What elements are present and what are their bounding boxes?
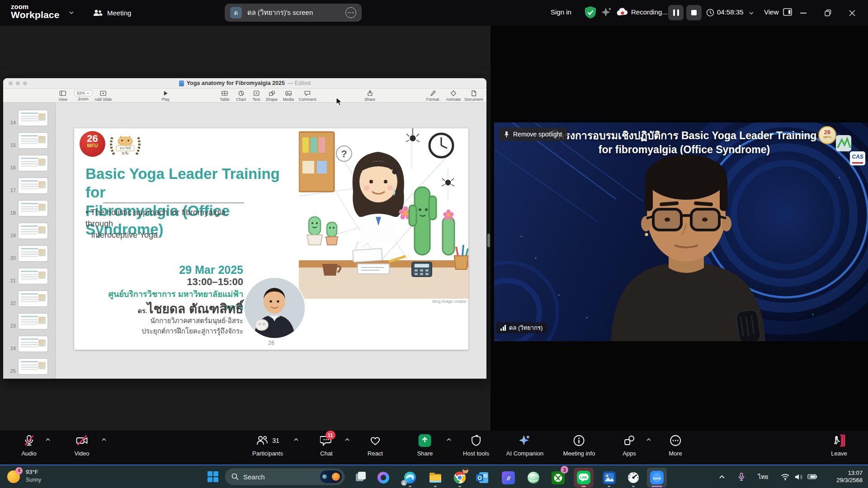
view-button[interactable]: View	[764, 8, 778, 16]
apps-options-chevron[interactable]	[646, 438, 651, 441]
restore-button[interactable]	[817, 0, 838, 26]
participants-icon	[256, 435, 269, 446]
slide-thumbnail[interactable]: 17	[5, 177, 52, 195]
shared-screen-tab[interactable]: ด ดล (วิทยากร)'s screen	[225, 4, 362, 22]
host-tools-button[interactable]: Host tools	[463, 434, 489, 457]
keynote-tool-view[interactable]: View	[58, 90, 67, 102]
tray-wifi-icon[interactable]	[781, 465, 790, 488]
weather-widget[interactable]: 4 93°F Sunny	[6, 468, 41, 484]
keynote-tool-chart[interactable]: Chart	[236, 90, 246, 102]
taskbar-app-globe[interactable]	[524, 468, 543, 488]
mfu-26-logo: 26 MFU	[80, 131, 105, 157]
video-button[interactable]: Video	[74, 434, 89, 457]
audio-button[interactable]: Audio	[21, 434, 36, 457]
keynote-tool-add-slide[interactable]: Add Slide	[94, 90, 112, 102]
screen-options-button[interactable]	[345, 7, 356, 18]
taskbar-app-outlook[interactable]: O	[472, 468, 492, 488]
mic-muted-icon	[23, 434, 35, 447]
taskbar-app-m365[interactable]: //	[498, 468, 518, 488]
minimize-button[interactable]	[793, 0, 814, 26]
taskbar-app-file-explorer[interactable]	[425, 468, 445, 488]
slide-thumbnail[interactable]: 16	[5, 154, 52, 172]
video-options-chevron[interactable]	[101, 438, 107, 441]
keynote-tool-comment[interactable]: Comment	[298, 90, 316, 102]
share-button[interactable]: Share	[417, 434, 433, 457]
meeting-info-button[interactable]: Meeting info	[563, 434, 595, 457]
taskbar-app-xbox[interactable]: 3	[548, 468, 568, 488]
tab-meeting[interactable]: Meeting	[93, 0, 131, 26]
taskbar-app-gauge[interactable]	[623, 468, 643, 488]
keynote-tool-media[interactable]: Media	[283, 90, 294, 102]
task-view-button[interactable]	[352, 469, 368, 484]
keynote-tool-share[interactable]: Share	[364, 90, 375, 102]
slide-thumbnail[interactable]: 24	[5, 335, 52, 353]
workspace-chevron-icon[interactable]	[69, 11, 74, 14]
slide-thumbnail[interactable]: 21	[5, 267, 52, 285]
keynote-tool-zoom[interactable]: 62% Zoom	[74, 90, 92, 101]
heart-icon	[369, 435, 382, 446]
sharer-avatar: ด	[230, 7, 242, 19]
keynote-tool-play[interactable]: Play	[161, 90, 170, 102]
chrome-profile-avatar	[462, 468, 468, 474]
meeting-timer: 04:58:35	[717, 8, 743, 16]
taskbar-search[interactable]: Search	[225, 468, 345, 485]
ai-sparkle-icon[interactable]	[601, 7, 612, 19]
taskbar-app-photos[interactable]	[599, 468, 619, 488]
taskbar-app-chrome[interactable]	[450, 468, 470, 488]
ai-companion-button[interactable]: AI Companion	[506, 434, 543, 457]
close-button[interactable]	[842, 0, 863, 26]
taskbar-app-line[interactable]: LINE	[574, 468, 594, 488]
keynote-tool-format[interactable]: Format	[426, 90, 439, 102]
tray-speaker-icon[interactable]	[795, 465, 803, 488]
taskbar-app-edge[interactable]	[400, 468, 420, 488]
keynote-tool-table[interactable]: Table	[220, 90, 230, 102]
keynote-tool-shape[interactable]: Shape	[266, 90, 278, 102]
sign-in-button[interactable]: Sign in	[551, 8, 571, 16]
keynote-tool-document[interactable]: Document	[464, 90, 483, 102]
slide-thumbnail[interactable]: 15	[5, 131, 52, 150]
speaker-video-tile[interactable]: โครงการอบรมเชิงปฏิบัติการ Basic Yoga Lea…	[494, 122, 868, 341]
slide-thumbnail[interactable]: 22	[5, 290, 52, 308]
timer-chevron-icon[interactable]	[749, 11, 754, 15]
slide-thumbnail[interactable]: 18	[5, 199, 52, 217]
keynote-tool-animate[interactable]: Animate	[446, 90, 461, 102]
keynote-tool-text[interactable]: A Text	[253, 90, 260, 102]
participants-options-chevron[interactable]	[293, 438, 299, 441]
tray-clock[interactable]: 13:07 29/3/2568	[836, 469, 863, 484]
audio-options-chevron[interactable]	[45, 438, 51, 441]
slide-thumbnail[interactable]: 23	[5, 312, 52, 330]
stop-recording-button[interactable]	[686, 5, 702, 20]
window-traffic-lights[interactable]	[9, 81, 27, 85]
slide-thumbnail[interactable]: 25	[5, 357, 52, 375]
chat-options-chevron[interactable]	[344, 438, 350, 441]
slide-thumbnail[interactable]: 19	[5, 222, 52, 240]
react-button[interactable]: React	[368, 434, 383, 457]
taskbar-app-copilot[interactable]	[373, 468, 393, 488]
leave-button[interactable]: Leave	[831, 434, 847, 457]
leave-icon	[832, 434, 846, 447]
pane-resize-handle[interactable]	[487, 234, 490, 247]
tray-mic-in-use-icon[interactable]	[738, 465, 745, 488]
taskbar-app-zoom[interactable]: zoom	[647, 468, 667, 488]
search-highlight-graphic[interactable]	[320, 470, 342, 483]
pause-recording-button[interactable]	[668, 5, 684, 20]
slide-bullet: • The holistic approach for fibromyalgia…	[85, 207, 244, 241]
apps-button[interactable]: Apps	[623, 434, 636, 457]
participants-button[interactable]: 31 Participants	[252, 434, 283, 457]
tray-battery-icon[interactable]	[807, 465, 817, 488]
view-layout-icon[interactable]	[783, 8, 792, 16]
mountain-logo	[835, 134, 852, 152]
tray-language-indicator[interactable]: ไทย	[758, 465, 769, 488]
slide-thumbnail[interactable]: 20	[5, 244, 52, 263]
more-button[interactable]: More	[669, 434, 682, 457]
svg-text:A: A	[255, 91, 257, 95]
image-credit: Bing image creator	[432, 299, 467, 304]
remove-spotlight-button[interactable]: Remove spotlight	[498, 127, 567, 141]
tray-hidden-icons[interactable]	[719, 465, 725, 488]
file-explorer-icon	[429, 472, 442, 483]
start-button[interactable]	[205, 469, 221, 484]
chat-button[interactable]: 11 Chat	[320, 434, 333, 457]
slide-thumbnail[interactable]: 14	[5, 109, 52, 127]
share-options-chevron[interactable]	[446, 438, 452, 441]
security-shield-icon[interactable]	[584, 6, 597, 19]
